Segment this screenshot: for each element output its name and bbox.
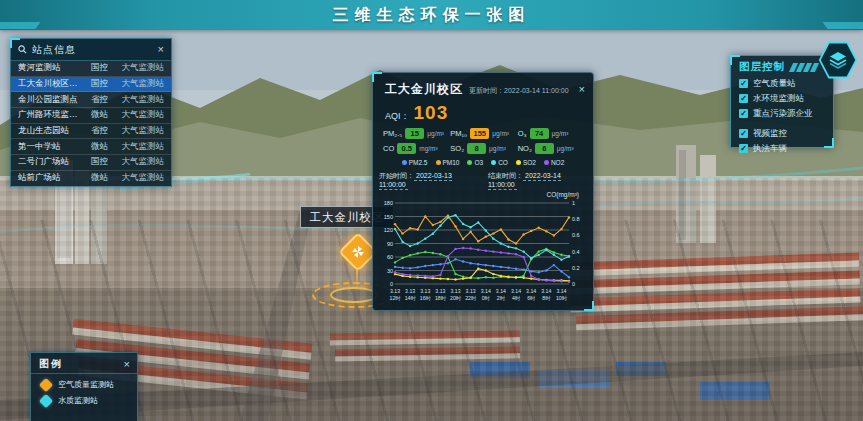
chart-legend: PM2.5 PM10 O3 CO SO2 NO2 [373,156,593,167]
svg-text:3.13: 3.13 [405,288,415,294]
pollutant-co: CO 0.5 mg/m³ [383,143,450,154]
svg-text:0: 0 [572,281,575,287]
legend-dot [491,160,496,165]
panel-corner [584,301,594,311]
pollutant-grid: PM₂.₅ 15 μg/m³ PM₁₀ 155 μg/m³ O₃ 74 μg/m… [373,124,593,156]
station-list-title: 站点信息 [32,43,153,57]
station-level: 国控 [84,62,108,74]
layer-toggle-pollution[interactable]: ✓ 重点污染源企业 [731,106,833,121]
checkbox-icon[interactable]: ✓ [739,144,748,153]
legend-dot [467,160,472,165]
station-list-panel: 站点信息 × 黄河监测站 国控 大气监测站 工大金川校区监测站 国控 大气监测站… [10,38,172,187]
svg-text:6时: 6时 [527,295,536,301]
layer-toggle-vehicle[interactable]: ✓ 执法车辆 [731,141,833,156]
layer-label: 水环境监测站 [753,93,804,105]
station-row[interactable]: 黄河监测站 国控 大气监测站 [11,61,171,77]
svg-text:3.14: 3.14 [511,288,521,294]
app-title: 三维生态环保一张图 [333,5,531,26]
layer-toggle-water[interactable]: ✓ 水环境监测站 [731,91,833,106]
pollutant-value-badge: 155 [470,128,489,139]
station-row-selected[interactable]: 工大金川校区监测站 国控 大气监测站 [11,77,171,93]
station-type: 大气监测站 [112,62,164,74]
svg-text:14时: 14时 [405,295,417,301]
svg-text:0.8: 0.8 [572,216,580,222]
station-row[interactable]: 龙山生态园站 省控 大气监测站 [11,124,171,140]
map-legend-panel: 图例 × 空气质量监测站 水质监测站 [30,352,138,421]
panel-corner [730,55,740,65]
layers-hexagon-button[interactable] [818,40,858,80]
legend-item[interactable]: SO2 [516,159,536,166]
legend-item[interactable]: PM10 [436,159,460,166]
svg-text:10时: 10时 [556,295,568,301]
station-type: 大气监测站 [112,78,164,90]
station-name: 金川公园监测点 [18,94,80,106]
svg-text:18时: 18时 [435,295,447,301]
station-row[interactable]: 第一中学站 微站 大气监测站 [11,139,171,155]
svg-text:90: 90 [387,241,393,247]
legend-dot [436,160,441,165]
svg-text:0.6: 0.6 [572,232,580,238]
svg-text:0.2: 0.2 [572,265,580,271]
svg-text:3.13: 3.13 [420,288,430,294]
pollutant-pm10: PM₁₀ 155 μg/m³ [450,128,517,139]
close-icon[interactable]: × [158,44,164,55]
close-icon[interactable]: × [124,359,130,370]
aqi-value: 103 [414,102,449,124]
legend-item[interactable]: PM2.5 [402,159,428,166]
station-row[interactable]: 站前广场站 微站 大气监测站 [11,171,171,187]
station-type: 大气监测站 [112,141,164,153]
legend-dot [402,160,407,165]
svg-text:2时: 2时 [497,295,506,301]
panel-corner [372,72,382,82]
pollutant-value-badge: 6 [535,143,554,154]
layer-toggle-video[interactable]: ✓ 视频监控 [731,126,833,141]
checkbox-icon[interactable]: ✓ [739,79,748,88]
pollutant-no2: NO₂ 6 μg/m³ [518,143,585,154]
station-level: 省控 [84,125,108,137]
station-level: 国控 [84,78,108,90]
station-row[interactable]: 金川公园监测点 省控 大气监测站 [11,92,171,108]
time-range-row: 开始时间：2022-03-13 11:00:00 结束时间：2022-03-14… [373,167,593,188]
svg-text:150: 150 [384,214,393,220]
svg-text:3.14: 3.14 [481,288,491,294]
checkbox-icon[interactable]: ✓ [739,129,748,138]
water-station-icon [39,393,53,407]
svg-text:60: 60 [387,254,393,260]
svg-text:0.4: 0.4 [572,249,580,255]
station-row[interactable]: 广州路环境监测点 微站 大气监测站 [11,108,171,124]
checkbox-icon[interactable]: ✓ [739,94,748,103]
popup-title: 工大金川校区 [385,81,463,98]
station-name: 广州路环境监测点 [18,109,80,121]
legend-item[interactable]: O3 [467,159,483,166]
station-row[interactable]: 二号门广场站 国控 大气监测站 [11,155,171,171]
svg-text:3.13: 3.13 [466,288,476,294]
station-name: 龙山生态园站 [18,125,80,137]
layer-panel-title: 图层控制 [739,60,785,74]
svg-text:20时: 20时 [450,295,462,301]
station-level: 微站 [84,109,108,121]
legend-item[interactable]: NO2 [544,159,564,166]
legend-item[interactable]: CO [491,159,508,166]
pollutant-trend-chart[interactable]: 030609012015018000.20.40.60.813.1312时3.1… [379,198,587,304]
layer-label: 执法车辆 [753,143,787,155]
station-list-header: 站点信息 × [11,39,171,61]
pollutant-value-badge: 74 [530,128,549,139]
station-name: 工大金川校区监测站 [18,78,80,90]
legend-item-air[interactable]: 空气质量监测站 [31,374,137,390]
panel-corner [10,38,20,48]
panel-corner [824,138,834,148]
station-level: 微站 [84,141,108,153]
checkbox-icon[interactable]: ✓ [739,109,748,118]
station-name: 黄河监测站 [18,62,80,74]
legend-item-label: 水质监测站 [58,395,98,406]
station-type: 大气监测站 [112,109,164,121]
station-level: 国控 [84,156,108,168]
legend-item-label: 空气质量监测站 [58,379,114,390]
pinwheel-icon [351,245,365,259]
legend-item-water[interactable]: 水质监测站 [31,390,137,406]
svg-text:22时: 22时 [465,295,477,301]
svg-text:3.13: 3.13 [390,288,400,294]
svg-text:3.14: 3.14 [556,288,566,294]
svg-text:1: 1 [572,200,575,206]
close-icon[interactable]: × [579,84,585,95]
